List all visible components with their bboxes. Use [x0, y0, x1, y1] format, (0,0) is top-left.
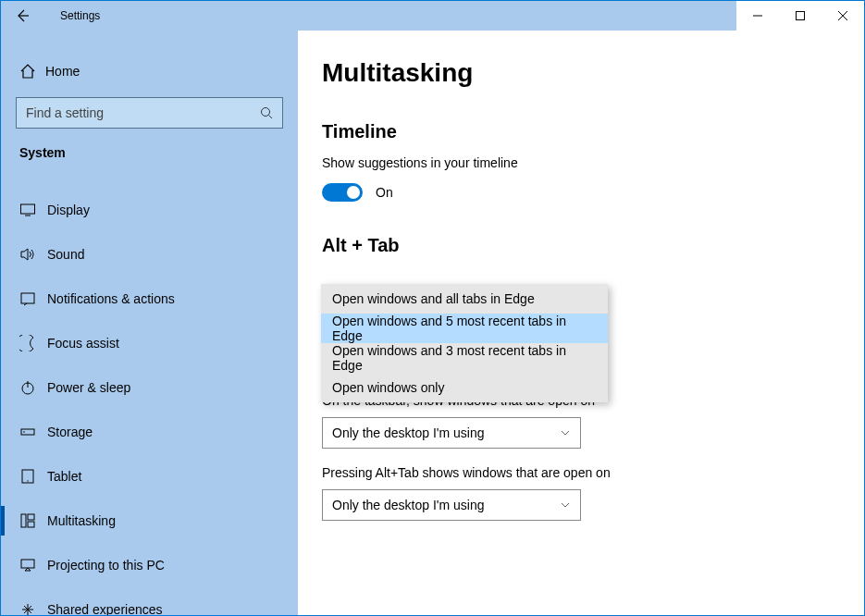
nav-item-shared-experiences[interactable]: Shared experiences: [1, 587, 298, 615]
notifications-icon: [19, 290, 47, 307]
alttab-heading: Alt + Tab: [322, 235, 864, 256]
timeline-section: Timeline Show suggestions in your timeli…: [322, 121, 864, 202]
close-icon: [837, 10, 848, 21]
projecting-icon: [19, 557, 47, 573]
nav-item-power-sleep[interactable]: Power & sleep: [1, 365, 298, 410]
display-icon: [19, 202, 47, 218]
nav-label: Power & sleep: [47, 380, 130, 395]
svg-rect-11: [28, 522, 34, 527]
alttab-option-0[interactable]: Open windows and all tabs in Edge: [321, 284, 608, 314]
taskbar-dropdown[interactable]: Only the desktop I'm using: [322, 417, 581, 449]
svg-rect-12: [21, 560, 34, 568]
home-label: Home: [45, 64, 80, 79]
nav-list: Display Sound Notifications & actions Fo…: [1, 188, 298, 615]
nav-item-projecting[interactable]: Projecting to this PC: [1, 543, 298, 587]
taskbar-value: Only the desktop I'm using: [332, 425, 560, 440]
alttab-option-1[interactable]: Open windows and 5 most recent tabs in E…: [321, 314, 608, 343]
nav-label: Multitasking: [47, 513, 116, 528]
svg-rect-3: [21, 293, 34, 303]
chevron-down-icon: [560, 427, 571, 438]
svg-point-6: [23, 431, 25, 433]
category-label: System: [1, 138, 298, 167]
minimize-icon: [752, 10, 763, 21]
nav-item-focus-assist[interactable]: Focus assist: [1, 321, 298, 365]
nav-label: Notifications & actions: [47, 291, 175, 306]
tablet-icon: [19, 468, 47, 485]
nav-label: Sound: [47, 247, 84, 262]
titlebar: Settings: [1, 1, 864, 31]
settings-window: Settings Home: [0, 0, 865, 616]
storage-icon: [19, 424, 47, 440]
shared-icon: [19, 601, 47, 615]
timeline-toggle[interactable]: On: [322, 183, 864, 202]
svg-rect-2: [21, 204, 35, 214]
chevron-down-icon: [560, 499, 571, 511]
nav-label: Storage: [47, 425, 93, 439]
alttab-scope-dropdown[interactable]: Only the desktop I'm using: [322, 489, 581, 521]
nav-label: Tablet: [47, 469, 81, 484]
close-button[interactable]: [822, 1, 864, 31]
toggle-state: On: [376, 185, 393, 200]
svg-rect-10: [28, 514, 34, 520]
nav-item-tablet[interactable]: Tablet: [1, 454, 298, 499]
nav-label: Focus assist: [47, 336, 119, 351]
arrow-left-icon: [15, 8, 30, 23]
sound-icon: [19, 246, 47, 263]
alttab-scope-value: Only the desktop I'm using: [332, 498, 560, 512]
svg-rect-0: [797, 12, 805, 20]
search-icon: [260, 106, 273, 119]
alttab-option-2[interactable]: Open windows and 3 most recent tabs in E…: [321, 343, 608, 373]
home-icon: [19, 63, 45, 80]
sidebar: Home System Display Sound: [1, 31, 298, 615]
svg-point-1: [262, 108, 270, 117]
alttab-dropdown-popup: Open windows and all tabs in Edge Open w…: [321, 284, 608, 402]
nav-item-notifications[interactable]: Notifications & actions: [1, 277, 298, 321]
nav-item-sound[interactable]: Sound: [1, 232, 298, 277]
nav-item-storage[interactable]: Storage: [1, 410, 298, 454]
nav-item-multitasking[interactable]: Multitasking: [1, 499, 298, 543]
page-title: Multitasking: [322, 58, 864, 88]
search-input[interactable]: [26, 105, 260, 120]
power-icon: [19, 379, 47, 396]
nav-label: Shared experiences: [47, 602, 163, 615]
back-button[interactable]: [1, 1, 43, 31]
focus-assist-icon: [19, 335, 47, 351]
svg-rect-5: [21, 429, 34, 435]
maximize-button[interactable]: [779, 1, 822, 31]
nav-label: Display: [47, 203, 90, 217]
window-controls: [736, 1, 864, 31]
timeline-heading: Timeline: [322, 121, 864, 142]
toggle-thumb: [347, 186, 360, 199]
svg-point-8: [27, 480, 28, 481]
maximize-icon: [795, 10, 806, 21]
nav-label: Projecting to this PC: [47, 558, 165, 573]
timeline-desc: Show suggestions in your timeline: [322, 155, 864, 170]
search-box[interactable]: [16, 97, 283, 129]
home-link[interactable]: Home: [1, 51, 298, 92]
alttab-option-3[interactable]: Open windows only: [321, 373, 608, 402]
svg-rect-9: [21, 514, 26, 527]
alttab-scope-label: Pressing Alt+Tab shows windows that are …: [322, 465, 864, 480]
multitasking-icon: [19, 512, 47, 529]
nav-item-display[interactable]: Display: [1, 188, 298, 232]
toggle-track: [322, 183, 363, 202]
minimize-button[interactable]: [736, 1, 779, 31]
window-title: Settings: [43, 9, 100, 22]
